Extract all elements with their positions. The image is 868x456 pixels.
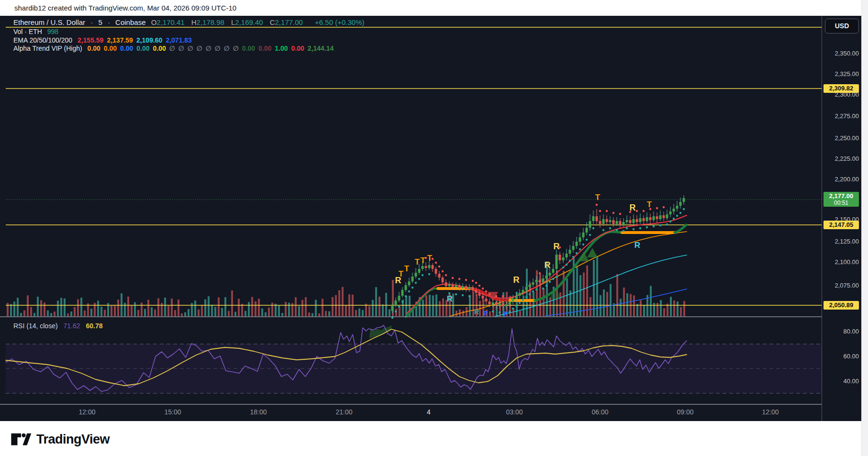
legend-value: 0.00 (136, 44, 149, 52)
legend-value: 2,137.59 (107, 36, 133, 44)
tradingview-logo-icon (11, 430, 32, 449)
signal-letter: R (447, 294, 453, 303)
signal-letter: T (595, 193, 601, 202)
alpha-trend-line (675, 225, 686, 233)
time-tick: 06:00 (591, 407, 608, 417)
legend-value: ∅ (197, 44, 202, 52)
legend-value: 0.00 (153, 44, 166, 52)
chart-area[interactable]: RTTTTTRRPPRRRTRTR Ethereum / U.S. Dollar… (0, 16, 861, 421)
bar-countdown: 00:51 (823, 200, 859, 206)
legend-value: 0.00 (242, 44, 255, 52)
legend-value: ∅ (169, 44, 175, 52)
price-axis[interactable]: USD 2,350.002,325.002,300.002,275.002,25… (822, 16, 862, 421)
signal-letter: T (647, 200, 652, 209)
legend-value: 1.00 (275, 44, 288, 52)
legend-separator: · (90, 18, 93, 26)
alpha-trend-label[interactable]: Alpha Trend VIP (High) (13, 44, 82, 52)
legend-value: ∅ (215, 44, 221, 52)
price-tick: 40.00 (822, 377, 859, 386)
rsi-label[interactable]: RSI (14, close) (13, 322, 58, 330)
currency-toggle-button[interactable]: USD (825, 19, 859, 33)
time-tick: 18:00 (250, 407, 267, 417)
symbol-legend-row[interactable]: Ethereum / U.S. Dollar · 5 · Coinbase O2… (13, 18, 368, 26)
time-tick: 03:00 (506, 407, 523, 417)
time-tick: 09:00 (677, 407, 693, 417)
signal-triangle (579, 252, 589, 261)
ohlc-item: O2,170.41 (151, 18, 188, 26)
volume-value: 998 (47, 28, 58, 35)
legend-value: ∅ (224, 44, 230, 52)
legend-separator: · (108, 18, 110, 26)
tradingview-logo[interactable]: TradingView (11, 430, 110, 449)
time-tick: 12:00 (78, 407, 95, 417)
ohlc-values: O2,170.41H2,178.98L2,169.40C2,177.00 (151, 18, 310, 26)
interval-label[interactable]: 5 (98, 18, 102, 26)
signal-letter: T (404, 264, 410, 273)
change-value: +6.50 (+0.30%) (315, 18, 364, 26)
top-watermark-strip: shardib12 created with TradingView.com, … (0, 0, 868, 16)
ohlc-item: C2,177.00 (270, 18, 306, 26)
price-tick: 2,100.00 (822, 258, 859, 267)
footer-bar: TradingView (0, 421, 861, 456)
volume-bars (7, 256, 685, 316)
ema-label[interactable]: EMA 20/50/100/200 (13, 36, 72, 44)
legend-value: ∅ (206, 44, 211, 52)
legend-value: 2,071.83 (166, 36, 192, 44)
legend-value: ∅ (178, 44, 184, 52)
legend-value: 2,144.14 (308, 44, 334, 52)
signal-letter: R (474, 308, 479, 316)
legend-value: 0.00 (120, 44, 133, 52)
price-tick: 2,350.00 (822, 49, 859, 58)
price-tick: 2,125.00 (822, 237, 859, 246)
tradingview-brand-text: TradingView (36, 432, 110, 447)
legend-value: 2,109.60 (136, 36, 163, 44)
last-price-label: 2,177.00 00:51 (823, 192, 859, 207)
right-edge-strip (861, 0, 868, 456)
volume-label[interactable]: Vol · ETH (13, 28, 42, 35)
time-tick: 4 (427, 407, 431, 417)
price-tick: 2,275.00 (822, 112, 859, 121)
price-tick: 80.00 (822, 327, 859, 336)
signal-letter: T (415, 257, 420, 267)
signal-letter: R (630, 203, 636, 212)
alpha-trend-values: 0.000.000.000.000.00∅∅∅∅∅∅∅∅0.000.001.00… (88, 44, 337, 52)
rsi-legend-row[interactable]: RSI (14, close) 71.62 60.78 (13, 322, 106, 330)
legend-value: ∅ (233, 44, 239, 52)
signal-letter: P (483, 310, 488, 317)
price-tick: 60.00 (822, 352, 859, 361)
rsi-ma-value: 60.78 (86, 322, 102, 330)
ema-legend-row[interactable]: EMA 20/50/100/200 2,155.592,137.592,109.… (13, 36, 199, 44)
watermark-text: shardib12 created with TradingView.com, … (14, 0, 236, 16)
legend-value: 0.00 (258, 44, 271, 52)
signal-letter: T (421, 256, 426, 265)
signal-letter: R (634, 241, 640, 250)
ohlc-item: H2,178.98 (191, 18, 228, 26)
time-tick: 15:00 (164, 407, 181, 417)
legend-value: 0.00 (291, 44, 304, 52)
ema-values: 2,155.592,137.592,109.602,071.83 (78, 36, 195, 44)
signal-letter: T (427, 254, 433, 263)
price-tick: 2,250.00 (822, 134, 859, 143)
chart-canvas[interactable]: RTTTTTRRPPRRRTRTR (0, 16, 861, 421)
ohlc-item: L2,169.40 (231, 18, 267, 26)
price-tick: 2,325.00 (822, 70, 859, 78)
last-price-value: 2,177.00 (823, 192, 859, 200)
time-tick: 12:00 (762, 407, 779, 417)
price-line-label: 2,147.05 (823, 221, 859, 229)
price-tick: 2,225.00 (822, 155, 859, 163)
volume-legend-row[interactable]: Vol · ETH 998 (13, 28, 62, 35)
legend-value: ∅ (188, 44, 193, 52)
exchange-label[interactable]: Coinbase (115, 18, 145, 26)
price-tick: 2,075.00 (822, 281, 859, 290)
time-tick: 21:00 (335, 407, 352, 417)
signal-letter: R (545, 260, 551, 270)
legend-value: 0.00 (88, 44, 100, 52)
price-line-label: 2,050.89 (823, 301, 859, 310)
alpha-trend-legend-row[interactable]: Alpha Trend VIP (High) 0.000.000.000.000… (13, 44, 340, 52)
price-line-label: 2,309.82 (823, 84, 859, 93)
signal-letter: R (513, 275, 520, 285)
signal-letter: R (554, 242, 560, 251)
legend-value: 0.00 (104, 44, 117, 52)
signal-letter: T (399, 269, 404, 278)
symbol-title[interactable]: Ethereum / U.S. Dollar (13, 18, 85, 26)
